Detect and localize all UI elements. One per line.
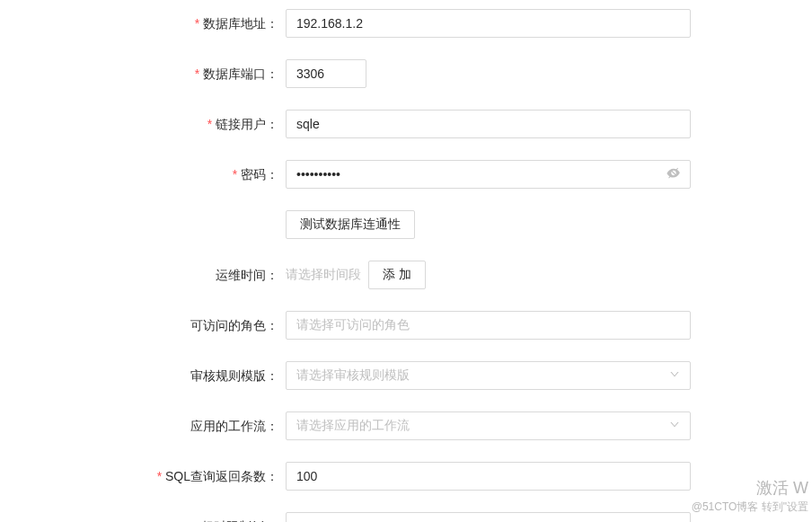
- test-connection-button[interactable]: 测试数据库连通性: [286, 210, 415, 239]
- sql-rows-label: SQL查询返回条数：: [0, 462, 286, 491]
- audit-template-select[interactable]: 请选择审核规则模版: [286, 361, 691, 390]
- workflow-placeholder: 请选择应用的工作流: [296, 418, 410, 434]
- sql-rows-input[interactable]: [286, 462, 691, 491]
- roles-placeholder: 请选择可访问的角色: [296, 317, 410, 333]
- eye-invisible-icon[interactable]: [666, 166, 681, 183]
- workflow-label: 应用的工作流：: [0, 411, 286, 440]
- chevron-down-icon: [669, 368, 680, 383]
- db-port-input[interactable]: [286, 59, 366, 88]
- maint-time-placeholder: 请选择时间段: [286, 267, 361, 283]
- maint-time-label: 运维时间：: [0, 261, 286, 289]
- add-time-button[interactable]: 添 加: [368, 261, 426, 289]
- roles-select[interactable]: 请选择可访问的角色: [286, 311, 691, 340]
- roles-label: 可访问的角色：: [0, 311, 286, 340]
- db-address-label: 数据库地址：: [0, 9, 286, 38]
- conn-user-input[interactable]: [286, 110, 691, 138]
- chevron-down-icon: [669, 419, 680, 433]
- password-input[interactable]: [286, 160, 691, 189]
- conn-user-label: 链接用户：: [0, 110, 286, 138]
- sql-timeout-label: SQL超时限制(s)：: [0, 512, 286, 522]
- audit-template-placeholder: 请选择审核规则模版: [296, 367, 410, 384]
- db-address-input[interactable]: [286, 9, 691, 38]
- workflow-select[interactable]: 请选择应用的工作流: [286, 411, 691, 440]
- password-label: 密码：: [0, 160, 286, 189]
- db-port-label: 数据库端口：: [0, 59, 286, 88]
- sql-timeout-input[interactable]: [286, 512, 691, 522]
- audit-template-label: 审核规则模版：: [0, 361, 286, 390]
